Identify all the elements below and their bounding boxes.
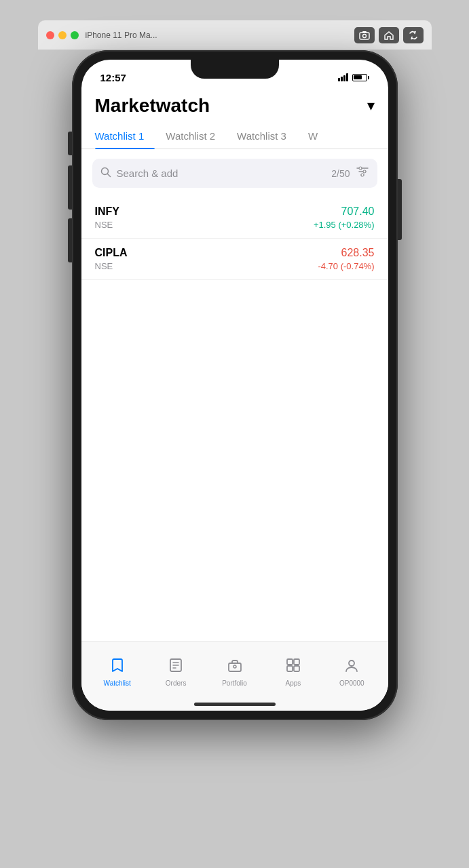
rotate-icon-btn[interactable]: [403, 27, 424, 43]
desktop: iPhone 11 Pro Ma...: [0, 0, 469, 868]
search-placeholder[interactable]: Search & add: [117, 167, 326, 179]
title-bar: iPhone 11 Pro Ma...: [38, 20, 432, 50]
stock-info-left: INFY NSE: [95, 205, 119, 230]
title-bar-icons: [354, 27, 424, 43]
stock-item-cipla[interactable]: CIPLA NSE 628.35 -4.70 (-0.74%): [81, 239, 388, 280]
status-icons: [338, 73, 369, 81]
tabs-container: Watchlist 1 Watchlist 2 Watchlist 3 W: [81, 119, 388, 149]
stock-item-infy[interactable]: INFY NSE 707.40 +1.95 (+0.28%): [81, 197, 388, 239]
close-button[interactable]: [46, 31, 54, 39]
stock-symbol: CIPLA: [95, 247, 128, 259]
wifi-icon: [338, 73, 348, 81]
svg-point-8: [359, 167, 362, 170]
svg-rect-20: [294, 666, 299, 671]
home-indicator-bar: [194, 703, 276, 706]
chevron-down-icon[interactable]: ▾: [367, 97, 375, 115]
svg-rect-18: [294, 659, 299, 665]
minimize-button[interactable]: [58, 31, 67, 39]
tab-apps[interactable]: Apps: [264, 652, 322, 687]
profile-icon: [344, 658, 359, 677]
stock-change: +1.95 (+0.28%): [314, 220, 375, 230]
tab-profile[interactable]: OP0000: [322, 652, 381, 687]
notch: [191, 60, 279, 79]
screenshot-icon-btn[interactable]: [354, 27, 375, 43]
stock-price: 628.35: [341, 247, 375, 259]
app-title: Marketwatch: [95, 95, 210, 117]
portfolio-icon: [227, 658, 242, 677]
tab-portfolio[interactable]: Portfolio: [205, 652, 263, 687]
stock-list: INFY NSE 707.40 +1.95 (+0.28%) CIPLA NSE: [81, 197, 388, 642]
stock-price: 707.40: [341, 205, 375, 218]
svg-point-10: [361, 174, 364, 176]
svg-rect-2: [362, 31, 367, 33]
tab-apps-label: Apps: [286, 679, 301, 687]
tab-portfolio-label: Portfolio: [222, 679, 247, 687]
tab-profile-label: OP0000: [339, 679, 364, 687]
phone-frame: 12:57: [72, 50, 398, 720]
volume-down-button: [68, 218, 72, 262]
svg-rect-17: [287, 659, 293, 665]
traffic-lights: [46, 31, 79, 39]
stock-change: -4.70 (-0.74%): [318, 261, 374, 271]
svg-point-1: [362, 34, 366, 37]
tab-watchlist[interactable]: Watchlist: [88, 652, 147, 687]
svg-rect-0: [360, 33, 369, 39]
search-count: 2/50: [331, 168, 350, 179]
stock-info-right: 707.40 +1.95 (+0.28%): [314, 205, 375, 230]
tab-watchlist-4[interactable]: W: [297, 125, 329, 149]
svg-rect-19: [287, 666, 293, 671]
power-button: [398, 179, 402, 240]
maximize-button[interactable]: [71, 31, 79, 39]
svg-rect-15: [229, 663, 241, 671]
stock-info-right: 628.35 -4.70 (-0.74%): [318, 247, 374, 271]
search-icon: [100, 167, 111, 180]
tab-orders[interactable]: Orders: [147, 652, 205, 687]
phone-screen: 12:57: [81, 60, 388, 711]
svg-point-16: [233, 665, 236, 668]
stock-info-left: CIPLA NSE: [95, 247, 128, 271]
tab-watchlist-1[interactable]: Watchlist 1: [95, 125, 155, 149]
stock-symbol: INFY: [95, 205, 119, 218]
svg-point-21: [349, 660, 354, 666]
search-bar[interactable]: Search & add 2/50: [92, 159, 377, 188]
tab-orders-label: Orders: [166, 679, 187, 687]
volume-up-button: [68, 165, 72, 210]
stock-exchange: NSE: [95, 220, 119, 230]
filter-icon[interactable]: [356, 165, 369, 181]
status-time: 12:57: [100, 72, 126, 83]
apps-icon: [286, 658, 301, 677]
app-content: Marketwatch ▾ Watchlist 1 Watchlist 2 Wa…: [81, 90, 388, 642]
orders-icon: [168, 658, 183, 677]
stock-exchange: NSE: [95, 261, 128, 271]
watchlist-icon: [110, 658, 125, 677]
bottom-tab-bar: Watchlist Orders: [81, 642, 388, 697]
app-header: Marketwatch ▾: [81, 90, 388, 117]
home-icon-btn[interactable]: [379, 27, 399, 43]
tab-watchlist-2[interactable]: Watchlist 2: [155, 125, 226, 149]
mute-button: [68, 132, 72, 155]
svg-point-9: [363, 170, 366, 173]
home-indicator: [81, 697, 388, 711]
tab-watchlist-3[interactable]: Watchlist 3: [226, 125, 297, 149]
svg-line-4: [107, 174, 110, 176]
battery-icon: [352, 74, 369, 81]
window-title: iPhone 11 Pro Ma...: [86, 31, 348, 40]
tab-watchlist-label: Watchlist: [104, 679, 131, 687]
